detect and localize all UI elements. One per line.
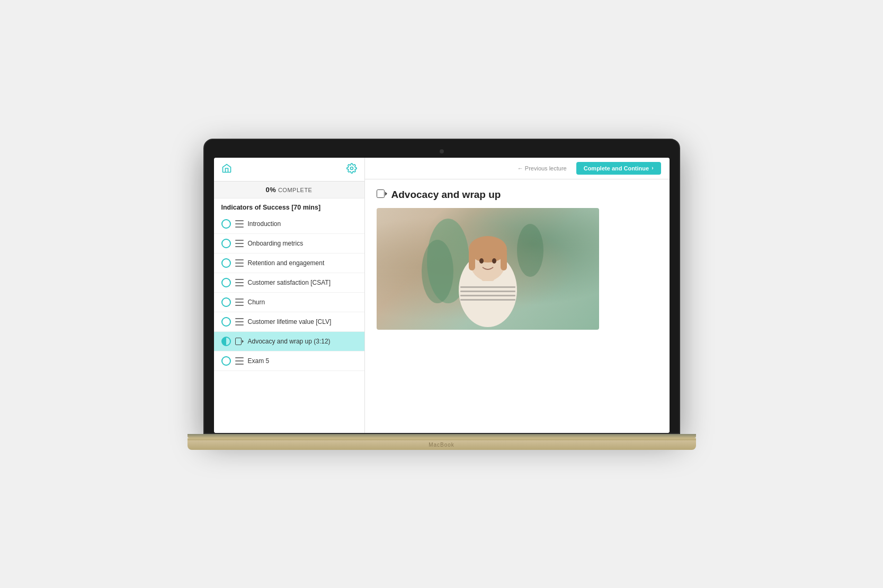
app-container: 0% COMPLETE Indicators of Success [70 mi…	[214, 158, 670, 433]
svg-point-6	[422, 240, 453, 303]
text-lines-icon-churn	[235, 298, 244, 306]
svg-point-0	[350, 167, 353, 169]
complete-btn-label: Complete and Continue	[584, 165, 649, 171]
svg-point-20	[492, 258, 496, 264]
laptop-screen: 0% COMPLETE Indicators of Success [70 mi…	[203, 139, 680, 434]
sidebar-label-exam5: Exam 5	[248, 357, 357, 365]
video-person-svg	[419, 208, 557, 330]
completion-circle-onboarding	[221, 239, 231, 248]
text-lines-icon-exam5	[235, 357, 244, 365]
progress-label: COMPLETE	[278, 187, 313, 193]
text-lines-icon-retention	[235, 259, 244, 267]
progress-section: 0% COMPLETE	[214, 182, 364, 198]
sidebar-item-exam5[interactable]: Exam 5	[214, 351, 364, 371]
prev-lecture-button[interactable]: ← Previous lecture	[513, 163, 571, 174]
sidebar-label-introduction: Introduction	[248, 220, 357, 228]
svg-point-7	[517, 224, 543, 277]
video-thumbnail[interactable]	[377, 208, 599, 330]
top-bar: ← Previous lecture Complete and Continue…	[365, 158, 670, 179]
completion-circle-introduction	[221, 219, 231, 229]
sidebar-label-churn: Churn	[248, 298, 357, 306]
svg-marker-4	[385, 192, 387, 196]
svg-rect-12	[460, 299, 515, 301]
laptop-wrapper: 0% COMPLETE Indicators of Success [70 mi…	[203, 139, 680, 450]
completion-circle-advocacy	[221, 337, 231, 346]
screen-bezel: 0% COMPLETE Indicators of Success [70 mi…	[214, 158, 670, 433]
sidebar-item-churn[interactable]: Churn	[214, 293, 364, 312]
laptop-hinge	[188, 434, 696, 438]
svg-rect-11	[460, 295, 515, 296]
completion-circle-churn	[221, 297, 231, 307]
sidebar-item-clv[interactable]: Customer lifetime value [CLV]	[214, 312, 364, 332]
sidebar-label-retention: Retention and engagement	[248, 259, 357, 267]
sidebar-label-onboarding: Onboarding metrics	[248, 240, 357, 247]
main-content: ← Previous lecture Complete and Continue…	[365, 158, 670, 433]
svg-point-19	[479, 258, 484, 264]
sidebar-header	[214, 158, 364, 182]
complete-continue-button[interactable]: Complete and Continue ›	[576, 162, 661, 175]
svg-point-18	[470, 246, 506, 258]
page-title: Advocacy and wrap up	[391, 189, 501, 201]
svg-rect-9	[460, 286, 515, 288]
completion-circle-csat	[221, 278, 231, 287]
svg-rect-10	[460, 291, 515, 292]
content-area: Advocacy and wrap up	[365, 179, 670, 433]
text-lines-icon-clv	[235, 318, 244, 325]
title-video-icon	[377, 189, 387, 200]
sidebar-label-advocacy: Advocacy and wrap up (3:12)	[248, 338, 357, 345]
content-title-area: Advocacy and wrap up	[377, 189, 658, 201]
sidebar-items-list: Introduction Onboarding metrics	[214, 214, 364, 433]
camera-notch	[440, 149, 444, 153]
text-lines-icon-introduction	[235, 220, 244, 228]
sidebar-label-csat: Customer satisfaction [CSAT]	[248, 279, 357, 286]
completion-circle-clv	[221, 317, 231, 327]
sidebar-item-retention[interactable]: Retention and engagement	[214, 254, 364, 273]
laptop-brand-label: MacBook	[429, 442, 454, 448]
sidebar: 0% COMPLETE Indicators of Success [70 mi…	[214, 158, 365, 433]
text-lines-icon-csat	[235, 279, 244, 286]
svg-marker-2	[242, 340, 244, 343]
sidebar-item-introduction[interactable]: Introduction	[214, 214, 364, 234]
svg-rect-1	[235, 338, 241, 345]
laptop-base: MacBook	[188, 438, 696, 450]
video-icon-advocacy	[235, 338, 244, 345]
home-icon[interactable]	[221, 163, 232, 176]
sidebar-item-advocacy[interactable]: Advocacy and wrap up (3:12)	[214, 332, 364, 351]
progress-pct: 0%	[266, 186, 277, 194]
svg-rect-3	[377, 189, 384, 197]
sidebar-item-csat[interactable]: Customer satisfaction [CSAT]	[214, 273, 364, 293]
completion-circle-retention	[221, 258, 231, 268]
sidebar-item-onboarding[interactable]: Onboarding metrics	[214, 234, 364, 254]
completion-circle-exam5	[221, 356, 231, 366]
complete-btn-arrow: ›	[652, 165, 653, 171]
course-title: Indicators of Success [70 mins]	[214, 198, 364, 214]
sidebar-label-clv: Customer lifetime value [CLV]	[248, 318, 357, 325]
gear-icon[interactable]	[346, 163, 357, 176]
text-lines-icon-onboarding	[235, 240, 244, 247]
